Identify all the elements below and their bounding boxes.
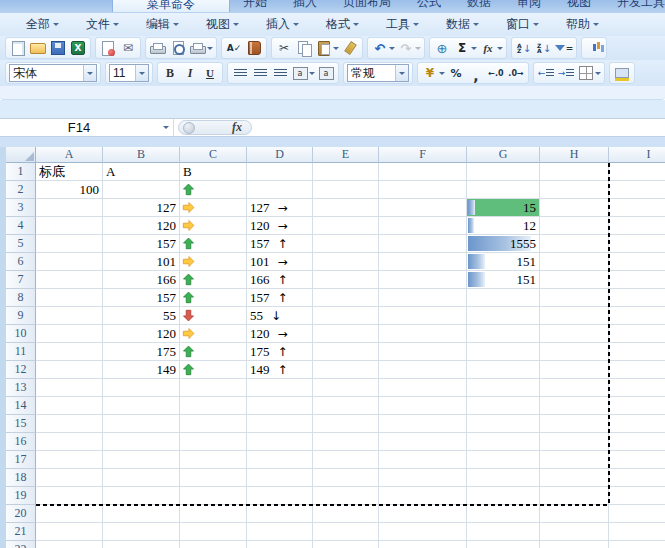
cell-I7[interactable]: [609, 271, 665, 289]
cell-F7[interactable]: [379, 271, 467, 289]
cell-C5[interactable]: [180, 235, 247, 253]
cell-D21[interactable]: [247, 523, 313, 541]
cell-B18[interactable]: [103, 469, 180, 487]
hyperlink-button[interactable]: ⊕: [432, 38, 452, 58]
underline-button[interactable]: U: [200, 63, 220, 83]
save-button[interactable]: [48, 38, 68, 58]
menu-item-7[interactable]: 数据: [446, 16, 479, 33]
cell-D2[interactable]: [247, 181, 313, 199]
cell-F10[interactable]: [379, 325, 467, 343]
print-settings-button[interactable]: [188, 38, 214, 58]
cell-C12[interactable]: [180, 361, 247, 379]
cell-D18[interactable]: [247, 469, 313, 487]
cell-I16[interactable]: [609, 433, 665, 451]
column-header-E[interactable]: E: [313, 147, 379, 163]
cell-C11[interactable]: [180, 343, 247, 361]
cell-E14[interactable]: [313, 397, 379, 415]
cell-B12[interactable]: 149: [103, 361, 180, 379]
cell-F21[interactable]: [379, 523, 467, 541]
cell-G20[interactable]: [467, 505, 540, 523]
cell-F16[interactable]: [379, 433, 467, 451]
cell-B10[interactable]: 120: [103, 325, 180, 343]
copy-button[interactable]: [294, 38, 314, 58]
cell-I13[interactable]: [609, 379, 665, 397]
cell-F8[interactable]: [379, 289, 467, 307]
cell-F14[interactable]: [379, 397, 467, 415]
menu-item-4[interactable]: 插入: [266, 16, 299, 33]
menu-item-2[interactable]: 编辑: [146, 16, 179, 33]
currency-button[interactable]: ¥: [420, 63, 446, 83]
cell-I3[interactable]: [609, 199, 665, 217]
cell-F15[interactable]: [379, 415, 467, 433]
cell-D11[interactable]: 175↑: [247, 343, 313, 361]
cell-E17[interactable]: [313, 451, 379, 469]
insert-function-button[interactable]: fx: [178, 120, 252, 135]
column-header-G[interactable]: G: [467, 147, 540, 163]
cell-I22[interactable]: [609, 541, 665, 548]
row-header-2[interactable]: 2: [6, 181, 36, 199]
cell-F12[interactable]: [379, 361, 467, 379]
name-box[interactable]: F14: [0, 119, 158, 136]
cell-F20[interactable]: [379, 505, 467, 523]
cell-H17[interactable]: [540, 451, 609, 469]
cell-I5[interactable]: [609, 235, 665, 253]
cell-E3[interactable]: [313, 199, 379, 217]
cell-D8[interactable]: 157↑: [247, 289, 313, 307]
column-header-F[interactable]: F: [379, 147, 467, 163]
cell-E2[interactable]: [313, 181, 379, 199]
new-document-button[interactable]: [8, 38, 28, 58]
fill-color-button[interactable]: [612, 63, 632, 83]
cell-H12[interactable]: [540, 361, 609, 379]
column-header-I[interactable]: I: [609, 147, 665, 163]
column-header-D[interactable]: D: [247, 147, 313, 163]
decrease-indent-button[interactable]: [536, 63, 556, 83]
sort-desc-button[interactable]: [534, 38, 554, 58]
cell-A8[interactable]: [36, 289, 103, 307]
cell-I12[interactable]: [609, 361, 665, 379]
cell-I9[interactable]: [609, 307, 665, 325]
cell-B17[interactable]: [103, 451, 180, 469]
print-button[interactable]: [148, 38, 168, 58]
cell-G7[interactable]: 151: [467, 271, 540, 289]
align-left-button[interactable]: [230, 63, 250, 83]
cell-B20[interactable]: [103, 505, 180, 523]
cell-C4[interactable]: [180, 217, 247, 235]
menu-item-9[interactable]: 帮助: [566, 16, 599, 33]
cell-A16[interactable]: [36, 433, 103, 451]
cell-F22[interactable]: [379, 541, 467, 548]
cell-C7[interactable]: [180, 271, 247, 289]
spelling-button[interactable]: A✓: [224, 38, 244, 58]
row-header-7[interactable]: 7: [6, 271, 36, 289]
cell-A5[interactable]: [36, 235, 103, 253]
cell-F18[interactable]: [379, 469, 467, 487]
row-header-19[interactable]: 19: [6, 487, 36, 505]
cell-E4[interactable]: [313, 217, 379, 235]
cell-I2[interactable]: [609, 181, 665, 199]
row-header-20[interactable]: 20: [6, 505, 36, 523]
row-header-8[interactable]: 8: [6, 289, 36, 307]
cell-E10[interactable]: [313, 325, 379, 343]
undo-button[interactable]: ↶: [370, 38, 396, 58]
column-header-C[interactable]: C: [180, 147, 247, 163]
cell-A10[interactable]: [36, 325, 103, 343]
cell-A19[interactable]: [36, 487, 103, 505]
cell-D17[interactable]: [247, 451, 313, 469]
cell-D20[interactable]: [247, 505, 313, 523]
insert-function-button[interactable]: fx: [478, 38, 504, 58]
cell-H20[interactable]: [540, 505, 609, 523]
chevron-down-icon[interactable]: [83, 65, 96, 81]
row-header-18[interactable]: 18: [6, 469, 36, 487]
export-excel-button[interactable]: [68, 38, 88, 58]
cell-G1[interactable]: [467, 163, 540, 181]
cell-A7[interactable]: [36, 271, 103, 289]
cell-C18[interactable]: [180, 469, 247, 487]
cell-A12[interactable]: [36, 361, 103, 379]
cell-A3[interactable]: [36, 199, 103, 217]
cell-I11[interactable]: [609, 343, 665, 361]
cell-B6[interactable]: 101: [103, 253, 180, 271]
cell-G8[interactable]: [467, 289, 540, 307]
cell-A21[interactable]: [36, 523, 103, 541]
cell-G16[interactable]: [467, 433, 540, 451]
cell-A13[interactable]: [36, 379, 103, 397]
cell-E9[interactable]: [313, 307, 379, 325]
